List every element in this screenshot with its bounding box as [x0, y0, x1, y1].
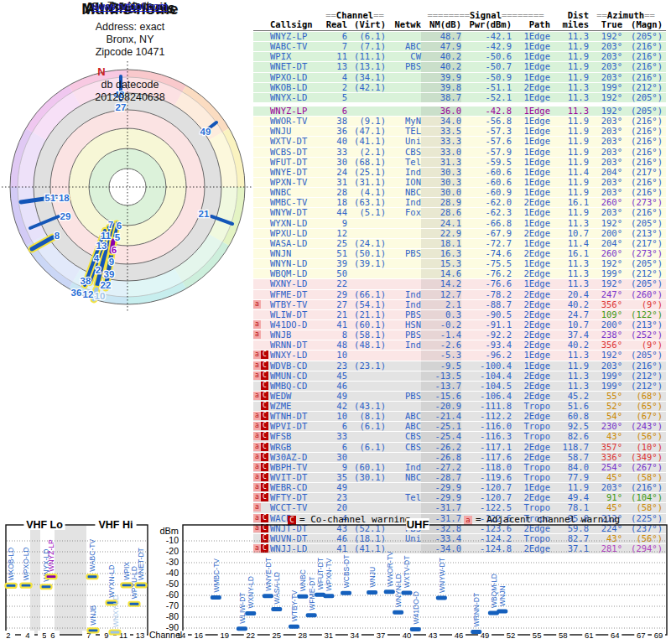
signal-bar: [87, 574, 98, 579]
callsign: WCBS-DT: [270, 148, 324, 157]
virtual-channel: (24.1): [347, 239, 386, 248]
callsign: WNYZ-LP: [270, 32, 324, 41]
azimuth-magnetic: (217°): [622, 168, 663, 177]
badge-slot: [261, 269, 268, 278]
table-row: aCWDVB-CD23(23.1)-9.5-100.41Edge11.9203°…: [253, 361, 666, 371]
virtual-channel: [347, 392, 386, 401]
table-row: a WTBY-TV27(54.1)Ind2.1-88.72Edge40.2356…: [253, 300, 666, 310]
virtual-channel: (9.1): [347, 117, 386, 126]
noise-margin: 30.3: [421, 178, 461, 187]
callsign: WNYX-LD: [270, 93, 324, 102]
channel-tick-label: 40: [403, 631, 412, 640]
network: TEL: [386, 127, 421, 136]
distance: 77.9: [550, 473, 589, 482]
azimuth-magnetic: (65°): [622, 402, 663, 411]
bar-callsign-label: WNYW-DT: [438, 558, 446, 593]
azimuth-true: 356°: [589, 340, 622, 350]
badge-slot: [261, 229, 268, 237]
distance: 11.3: [550, 351, 589, 360]
real-channel: 39: [324, 259, 347, 268]
power: -111.8: [461, 402, 512, 411]
real-channel: 8: [324, 330, 347, 340]
channel-tick-label: 22: [246, 631, 255, 640]
power: -57.6: [461, 137, 512, 146]
callsign: WRNN-DT: [270, 340, 324, 350]
distance: 11.9: [550, 62, 589, 71]
signal-bar: [271, 607, 282, 611]
bar-callsign-label: WNBC: [299, 569, 307, 591]
search-city-line: Bronx, NY: [0, 34, 260, 46]
tvfool-link[interactable]: www.tvfool.com: [92, 0, 168, 13]
path: 1Edge: [512, 117, 550, 126]
network: ABC: [386, 412, 421, 421]
real-channel: 27: [324, 300, 347, 309]
distance: 11.3: [550, 106, 589, 116]
noise-margin: 33.3: [421, 137, 461, 146]
signal-bar: [41, 584, 52, 589]
real-channel: 30: [324, 158, 347, 167]
power: -117.1: [461, 443, 512, 452]
azimuth-magnetic: (252°): [622, 330, 663, 340]
channel-tick-label: 9: [104, 631, 108, 640]
distance: 11.4: [550, 168, 589, 177]
noise-margin: -27.2: [421, 463, 461, 472]
signal-bar: [471, 630, 481, 634]
real-channel: 28: [324, 188, 347, 197]
power: -91.1: [461, 320, 512, 330]
badge-slot: [261, 127, 268, 135]
azimuth-magnetic: (216°): [622, 483, 663, 492]
real-channel: 24: [324, 168, 347, 177]
power: -112.2: [461, 412, 512, 421]
badge-slot: [261, 300, 268, 309]
network: [386, 361, 421, 371]
signal-bar: [289, 625, 299, 629]
distance: 11.9: [550, 178, 589, 187]
band-section-label: UHF: [407, 518, 429, 531]
signal-bar: [211, 595, 221, 600]
virtual-channel: (42.1): [347, 83, 386, 92]
azimuth-true: 199°: [589, 269, 622, 278]
badge-slot: [261, 106, 268, 115]
power: -90.5: [461, 310, 512, 319]
callsign: WMUN-CD: [270, 371, 324, 381]
adjacent-warning-badge: a: [253, 330, 261, 339]
azimuth-true: 45°: [589, 473, 622, 482]
bar-callsign-label: WNXY-LD: [112, 595, 120, 627]
real-channel: 11: [324, 52, 347, 61]
real-channel: 25: [324, 239, 347, 248]
noise-margin: -0.2: [421, 320, 461, 330]
callsign: WDVB-CD: [270, 361, 324, 371]
power: -88.7: [461, 300, 512, 309]
distance: 24.7: [550, 310, 589, 319]
bar-callsign-label: WXNY-LD: [247, 576, 255, 608]
badge-slot: [261, 93, 268, 101]
dbm-tick-label: -70: [166, 600, 179, 610]
adjacent-warning-badge: a: [253, 422, 261, 430]
noise-margin: 16.3: [421, 249, 461, 258]
channel-tick-label: 49: [481, 631, 490, 640]
power: -56.8: [461, 117, 512, 126]
radar-channel-label: 49: [200, 127, 211, 137]
callsign: WXTV-DT: [270, 137, 324, 146]
callsign: WFME-DT: [270, 290, 324, 299]
search-zip-line: Zipcode 10471: [0, 46, 260, 59]
bar-callsign-label: WCBS-DT: [342, 555, 351, 589]
azimuth-magnetic: (56°): [622, 432, 663, 441]
table-row: WPXO-LD4(34.1)39.9-50.91Edge11.9203°(216…: [253, 73, 666, 83]
distance: 11.3: [550, 83, 589, 92]
noise-margin: -21.4: [421, 412, 461, 421]
virtual-channel: (41.1): [347, 137, 386, 146]
path: 1Edge: [512, 52, 550, 61]
co-channel-warning-badge: C: [261, 453, 268, 461]
bar-callsign-label: WRNN-DT: [472, 593, 481, 627]
bar-callsign-label: WNYZ-LP: [48, 539, 56, 572]
noise-margin: 30.0: [421, 188, 461, 197]
distance: 11.9: [550, 42, 589, 51]
signal-bar: [410, 627, 421, 631]
azimuth-true: 203°: [589, 361, 622, 371]
network: Tel: [386, 493, 421, 502]
noise-margin: 40.2: [421, 52, 461, 61]
badge-slot: [261, 188, 268, 196]
path: Tropo: [512, 422, 550, 431]
noise-margin: 18.1: [421, 239, 461, 248]
